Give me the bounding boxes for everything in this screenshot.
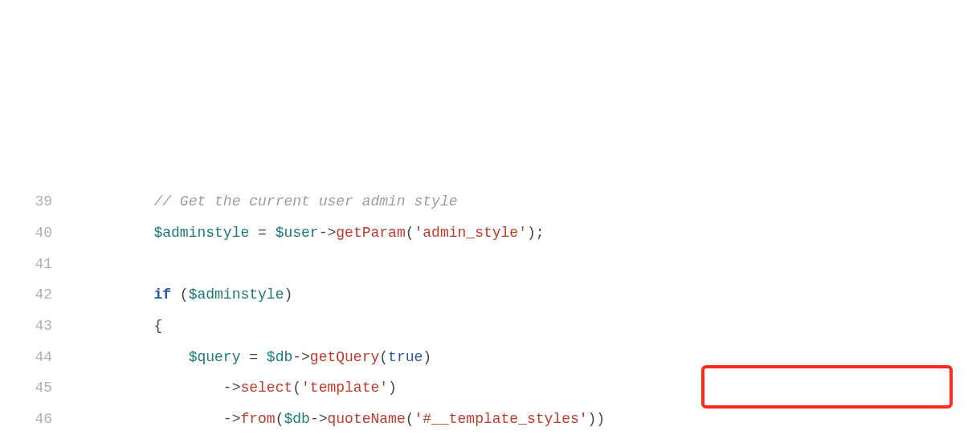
- token-method: from: [240, 411, 275, 427]
- token-var: $adminstyle: [153, 225, 249, 241]
- code-line: 44 $query = $db->getQuery(true): [0, 342, 980, 373]
- token-string: '#__template_styles': [414, 411, 588, 427]
- token-paren: (: [292, 380, 301, 396]
- line-number: 41: [0, 249, 84, 280]
- token-var: $query: [189, 349, 241, 365]
- token-comment: // Get the current user admin style: [153, 193, 457, 209]
- code-content: $query = $db->getQuery(true): [84, 342, 980, 373]
- token-paren: ): [284, 287, 292, 303]
- code-line: 41: [0, 249, 980, 280]
- token-var: $db: [267, 349, 292, 365]
- token-arrow: ->: [310, 411, 328, 427]
- token-op: =: [249, 225, 275, 241]
- token-kwtype: true: [388, 349, 423, 365]
- line-number: 40: [0, 218, 84, 249]
- code-line: 46 ->from($db->quoteName('#__template_st…: [0, 404, 980, 435]
- code-line: 45 ->select('template'): [0, 372, 980, 404]
- token-paren: (: [406, 225, 414, 241]
- token-paren: ): [423, 349, 431, 365]
- code-editor: 39 // Get the current user admin style40…: [0, 124, 980, 435]
- token-keyword: if: [153, 287, 171, 303]
- line-number: 43: [0, 311, 84, 342]
- code-line: 42 if ($adminstyle): [0, 279, 980, 311]
- line-number: 46: [0, 404, 84, 435]
- code-line: 43 {: [0, 311, 980, 342]
- token-method: getParam: [336, 225, 405, 241]
- line-number: 45: [0, 372, 84, 404]
- token-arrow: ->: [292, 349, 310, 365]
- token-paren: ): [388, 380, 397, 396]
- token-paren: (: [171, 287, 189, 303]
- token-string: 'template': [301, 380, 388, 396]
- line-number: 44: [0, 342, 84, 373]
- token-paren: );: [527, 225, 545, 241]
- token-var: $db: [284, 411, 309, 427]
- code-line: 40 $adminstyle = $user->getParam('admin_…: [0, 218, 980, 249]
- token-method: select: [240, 380, 292, 396]
- token-string: 'admin_style': [414, 225, 527, 241]
- code-content: // Get the current user admin style: [84, 186, 980, 218]
- code-content: if ($adminstyle): [84, 279, 980, 311]
- token-brace: {: [153, 318, 162, 334]
- token-method: getQuery: [310, 349, 379, 365]
- token-arrow: ->: [223, 411, 241, 427]
- token-paren: )): [588, 411, 606, 427]
- code-line: 39 // Get the current user admin style: [0, 186, 980, 218]
- token-method: quoteName: [327, 411, 405, 427]
- token-paren: (: [406, 411, 414, 427]
- line-number: 39: [0, 186, 84, 218]
- line-number: 42: [0, 279, 84, 311]
- token-var: $user: [276, 225, 319, 241]
- code-content: ->select('template'): [84, 372, 980, 404]
- code-content: $adminstyle = $user->getParam('admin_sty…: [84, 218, 980, 249]
- code-content: {: [84, 311, 980, 342]
- token-arrow: ->: [223, 380, 241, 396]
- code-content: ->from($db->quoteName('#__template_style…: [84, 404, 980, 435]
- token-paren: (: [379, 349, 388, 365]
- token-paren: (: [276, 411, 284, 427]
- token-op: =: [240, 349, 266, 365]
- token-arrow: ->: [319, 225, 337, 241]
- token-var: $adminstyle: [189, 287, 284, 303]
